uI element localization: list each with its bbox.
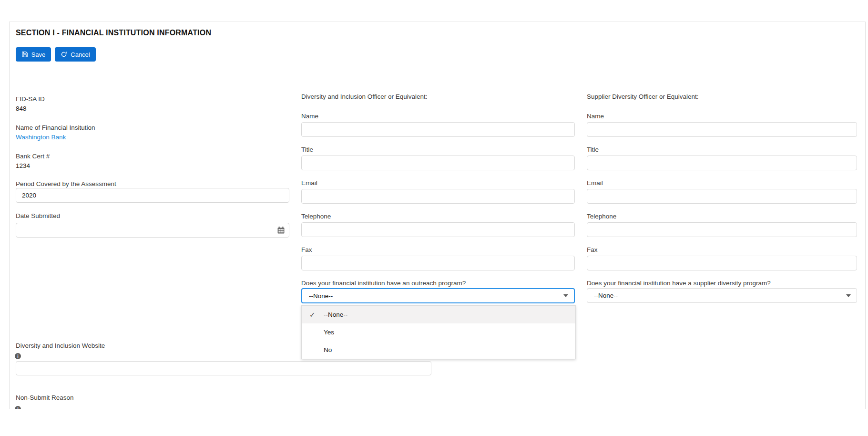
supplier-program-question-label: Does your financial institution have a s… (587, 279, 771, 287)
sd-telephone-input[interactable] (587, 222, 857, 237)
period-covered-label: Period Covered by the Assessment (16, 180, 116, 188)
panel-border-left (9, 21, 10, 409)
date-submitted-label: Date Submitted (16, 212, 60, 220)
bank-cert-label: Bank Cert # (16, 152, 50, 160)
page-title: SECTION I - FINANCIAL INSTITUTION INFORM… (16, 29, 211, 37)
option-yes-label: Yes (324, 329, 334, 336)
di-fax-label: Fax (301, 246, 312, 254)
page: SECTION I - FINANCIAL INSTITUTION INFORM… (0, 0, 868, 436)
di-title-input[interactable] (301, 156, 575, 170)
form-panel: SECTION I - FINANCIAL INSTITUTION INFORM… (0, 0, 868, 409)
fid-sa-id-value: 848 (16, 104, 27, 113)
date-submitted-input[interactable] (16, 223, 289, 238)
di-title-label: Title (301, 145, 313, 154)
calendar-icon[interactable] (277, 227, 285, 234)
outreach-program-select-value: --None-- (309, 292, 333, 300)
save-icon (21, 51, 28, 58)
redo-arrow-icon (61, 51, 67, 58)
info-icon[interactable]: i (15, 406, 21, 409)
supplier-officer-header: Supplier Diversity Officer or Equivalent… (587, 93, 699, 101)
sd-fax-input[interactable] (587, 256, 857, 270)
save-button[interactable]: Save (16, 47, 51, 62)
sd-email-input[interactable] (587, 189, 857, 204)
fid-sa-id-label: FID-SA ID (16, 95, 45, 103)
save-button-label: Save (31, 51, 46, 58)
option-yes[interactable]: Yes (302, 323, 575, 341)
option-none-label: --None-- (324, 311, 347, 318)
website-input[interactable] (16, 361, 431, 375)
sd-email-label: Email (587, 179, 603, 187)
check-icon: ✓ (309, 311, 316, 319)
bank-cert-value: 1234 (16, 162, 30, 170)
panel-border-top (9, 21, 866, 22)
outreach-question-label: Does your financial institution have an … (301, 279, 466, 287)
di-telephone-label: Telephone (301, 212, 331, 220)
diversity-officer-header: Diversity and Inclusion Officer or Equiv… (301, 93, 428, 101)
di-email-input[interactable] (301, 189, 575, 204)
cancel-button-label: Cancel (71, 51, 90, 58)
institution-name-label: Name of Financial Insitution (16, 124, 95, 132)
website-label: Diversity and Inclusion Website (16, 342, 105, 350)
di-telephone-input[interactable] (301, 222, 575, 237)
chevron-down-icon (563, 294, 568, 297)
cancel-button[interactable]: Cancel (55, 47, 96, 62)
di-name-input[interactable] (301, 122, 575, 137)
period-covered-input[interactable] (16, 188, 289, 203)
sd-title-input[interactable] (587, 156, 857, 170)
supplier-program-select[interactable]: --None-- (587, 288, 857, 303)
sd-name-label: Name (587, 112, 604, 120)
supplier-program-select-value: --None-- (594, 292, 618, 299)
sd-title-label: Title (587, 145, 599, 154)
info-icon[interactable]: i (15, 353, 21, 359)
sd-fax-label: Fax (587, 246, 598, 254)
non-submit-reason-label: Non-Submit Reason (16, 394, 74, 402)
chevron-down-icon (846, 294, 851, 297)
outreach-program-select[interactable]: --None-- (301, 288, 575, 303)
institution-name-link[interactable]: Washington Bank (16, 133, 66, 141)
option-no[interactable]: No (302, 341, 575, 359)
panel-border-right (865, 21, 866, 409)
option-no-label: No (324, 346, 332, 353)
di-email-label: Email (301, 179, 317, 187)
sd-name-input[interactable] (587, 122, 857, 137)
outreach-program-listbox: ✓ --None-- Yes No (301, 305, 576, 359)
di-fax-input[interactable] (301, 256, 575, 270)
di-name-label: Name (301, 112, 318, 120)
option-none[interactable]: ✓ --None-- (302, 306, 575, 323)
sd-telephone-label: Telephone (587, 212, 616, 220)
